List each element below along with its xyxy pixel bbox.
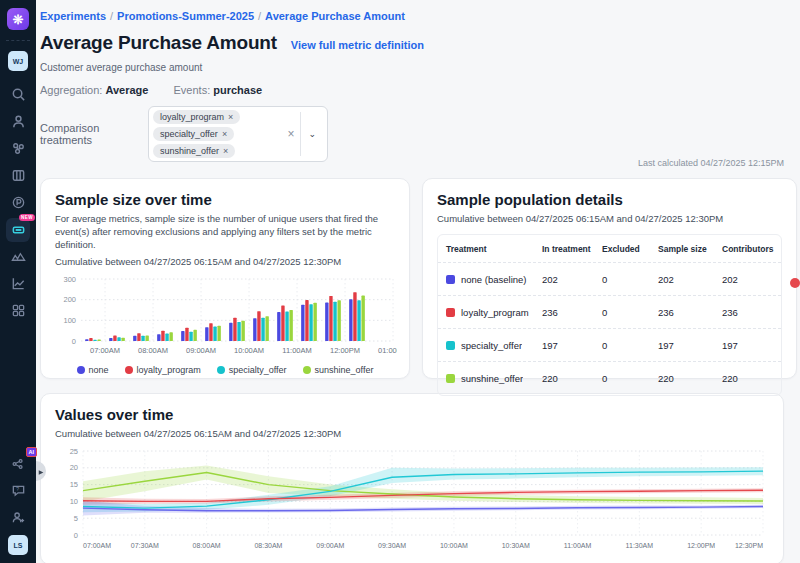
- svg-text:08:30AM: 08:30AM: [254, 542, 282, 549]
- svg-text:07:00AM: 07:00AM: [83, 542, 111, 549]
- legend-dot: [125, 366, 133, 374]
- cell-in_treatment: 236: [542, 307, 602, 318]
- sidebar-divider: [6, 40, 30, 41]
- svg-text:300: 300: [63, 275, 76, 284]
- cell-excluded: 0: [602, 307, 658, 318]
- chip-remove-icon[interactable]: ×: [228, 112, 233, 122]
- legend-item-loyalty_program[interactable]: loyalty_program: [125, 365, 201, 375]
- dashboards-icon[interactable]: [6, 299, 30, 323]
- treatment-chips: loyalty_program×specialty_offer×sunshine…: [153, 110, 281, 158]
- experiments-icon[interactable]: NEW: [6, 218, 30, 242]
- svg-text:100: 100: [63, 316, 76, 325]
- treatment-label: sunshine_offer: [461, 373, 523, 384]
- events-label: Events:: [174, 84, 211, 96]
- invite-user-icon[interactable]: [6, 506, 30, 530]
- comparison-treatments-select[interactable]: loyalty_program×specialty_offer×sunshine…: [148, 106, 328, 162]
- table-row: specialty_offer1970197197: [438, 329, 781, 362]
- treatment-color-chip: [446, 374, 455, 383]
- table-row: loyalty_program2360236236: [438, 296, 781, 329]
- legend-label: loyalty_program: [137, 365, 201, 375]
- svg-text:07:00AM: 07:00AM: [90, 346, 120, 355]
- chip-remove-icon[interactable]: ×: [223, 146, 228, 156]
- ai-assistant-icon[interactable]: AI: [6, 452, 30, 476]
- svg-text:10:00AM: 10:00AM: [440, 542, 468, 549]
- legend-item-specialty_offer[interactable]: specialty_offer: [217, 365, 287, 375]
- treatment-label: specialty_offer: [461, 340, 522, 351]
- support-chat-icon[interactable]: ?: [6, 479, 30, 503]
- svg-text:15: 15: [70, 480, 78, 489]
- treatment-color-chip: [446, 341, 455, 350]
- holdouts-icon[interactable]: [6, 245, 30, 269]
- column-header: In treatment: [542, 244, 602, 254]
- svg-text:10: 10: [70, 497, 78, 506]
- cell-excluded: 0: [602, 340, 658, 351]
- clear-all-icon[interactable]: ×: [281, 127, 300, 141]
- new-badge: NEW: [19, 214, 35, 221]
- breadcrumb: Experiments/Promotions-Summer-2025/Avera…: [40, 10, 784, 22]
- population-card: Sample population details Cumulative bet…: [422, 178, 797, 379]
- cell-sample_size: 220: [658, 373, 722, 384]
- cell-contributors: 236: [722, 307, 773, 318]
- view-metric-definition-link[interactable]: View full metric definition: [291, 39, 424, 51]
- aggregation-row: Aggregation: Average Events: purchase: [40, 84, 784, 96]
- column-header: Excluded: [602, 244, 658, 254]
- treatment-chip-specialty_offer[interactable]: specialty_offer×: [153, 127, 234, 141]
- last-calculated: Last calculated 04/27/2025 12:15PM: [638, 158, 784, 168]
- svg-text:09:30AM: 09:30AM: [378, 542, 406, 549]
- legend-item-sunshine_offer[interactable]: sunshine_offer: [303, 365, 374, 375]
- column-header: Treatment: [446, 244, 542, 254]
- comparison-treatments-label: Comparison treatments: [40, 122, 148, 146]
- svg-text:08:00AM: 08:00AM: [138, 346, 168, 355]
- search-icon[interactable]: [6, 83, 30, 107]
- product-analytics-icon[interactable]: [6, 191, 30, 215]
- cell-excluded: 0: [602, 373, 658, 384]
- breadcrumb-metric-name[interactable]: Average Purchase Amount: [265, 10, 405, 22]
- legend-item-none[interactable]: none: [77, 365, 109, 375]
- users-icon[interactable]: [6, 110, 30, 134]
- treatment-chip-sunshine_offer[interactable]: sunshine_offer×: [153, 144, 235, 158]
- breadcrumb-experiment-name[interactable]: Promotions-Summer-2025: [117, 10, 254, 22]
- svg-text:0: 0: [72, 337, 76, 346]
- svg-text:5: 5: [74, 514, 78, 523]
- app-sidebar: ❊ WJ NEW AI ? LS: [0, 0, 36, 563]
- legend-label: none: [89, 365, 109, 375]
- ai-badge: AI: [26, 447, 38, 457]
- page-header: Experiments/Promotions-Summer-2025/Avera…: [40, 0, 784, 162]
- svg-text:25: 25: [70, 447, 78, 456]
- chart-legend: noneloyalty_programspecialty_offersunshi…: [55, 365, 395, 375]
- svg-text:07:30AM: 07:30AM: [131, 542, 159, 549]
- breadcrumb-experiments[interactable]: Experiments: [40, 10, 106, 22]
- chevron-down-icon[interactable]: ⌄: [301, 129, 323, 139]
- population-title: Sample population details: [437, 191, 782, 208]
- svg-text:01:00PM: 01:00PM: [378, 346, 397, 355]
- cell-in_treatment: 220: [542, 373, 602, 384]
- svg-text:11:00AM: 11:00AM: [564, 542, 592, 549]
- metric-description: Customer average purchase amount: [40, 62, 784, 73]
- sample-size-note: For average metrics, sample size is the …: [55, 213, 395, 251]
- column-header: Contributors: [722, 244, 773, 254]
- cell-in_treatment: 202: [542, 274, 602, 285]
- legend-label: sunshine_offer: [315, 365, 374, 375]
- user-avatar-badge[interactable]: LS: [8, 535, 28, 555]
- svg-text:10:30AM: 10:30AM: [502, 542, 530, 549]
- svg-text:09:00AM: 09:00AM: [186, 346, 216, 355]
- values-title: Values over time: [55, 406, 769, 423]
- legend-dot: [217, 366, 225, 374]
- svg-text:10:00AM: 10:00AM: [234, 346, 264, 355]
- segments-icon[interactable]: [6, 137, 30, 161]
- treatment-label: none (baseline): [461, 274, 527, 285]
- chip-remove-icon[interactable]: ×: [222, 129, 227, 139]
- metrics-icon[interactable]: [6, 272, 30, 296]
- app-logo-icon[interactable]: ❊: [7, 8, 29, 30]
- svg-text:12:30PM: 12:30PM: [735, 542, 763, 549]
- cell-contributors: 220: [722, 373, 773, 384]
- feature-gates-icon[interactable]: [6, 164, 30, 188]
- sample-size-card: Sample size over time For average metric…: [40, 178, 410, 379]
- edge-notification-dot[interactable]: [790, 278, 800, 288]
- population-table: TreatmentIn treatmentExcludedSample size…: [437, 234, 782, 396]
- workspace-badge[interactable]: WJ: [8, 51, 28, 71]
- treatment-chip-loyalty_program[interactable]: loyalty_program×: [153, 110, 240, 124]
- cell-excluded: 0: [602, 274, 658, 285]
- column-header: Sample size: [658, 244, 722, 254]
- legend-label: specialty_offer: [229, 365, 287, 375]
